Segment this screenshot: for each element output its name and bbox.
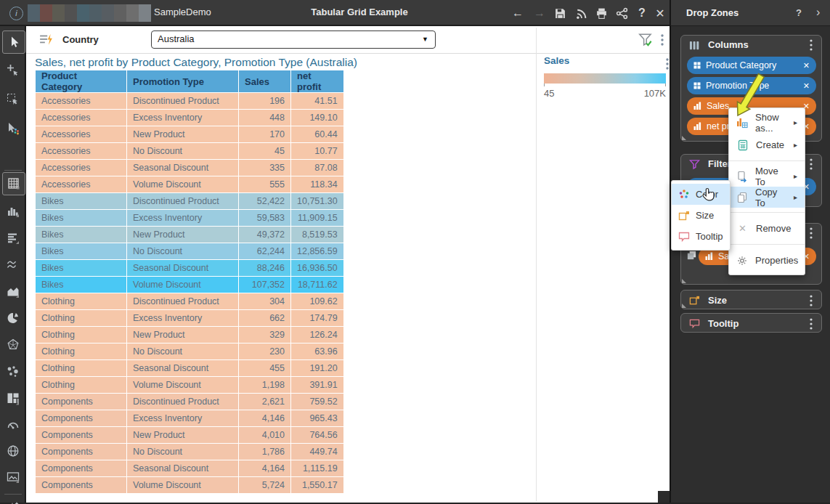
zone-resize-grip[interactable] — [682, 304, 686, 308]
tooltip-zone-kebab-icon[interactable] — [805, 317, 817, 331]
tool-column-chart[interactable] — [2, 200, 24, 222]
forward-button[interactable]: → — [531, 4, 548, 22]
table-row[interactable]: ClothingNo Discount23063.96 — [36, 344, 344, 360]
table-row[interactable]: BikesVolume Discount107,35218,711.62 — [36, 277, 344, 293]
remove-chip-icon[interactable]: ✕ — [803, 61, 810, 70]
submenu-item-size[interactable]: Size — [672, 205, 730, 226]
table-row[interactable]: BikesSeasonal Discount88,24616,936.50 — [36, 260, 344, 277]
preview-button[interactable] — [572, 4, 590, 22]
chip-product-category[interactable]: Product Category ✕ — [687, 57, 816, 74]
panel-help-icon[interactable]: ? — [796, 0, 802, 25]
columns-zone-kebab-icon[interactable] — [805, 38, 817, 52]
color-zone-kebab-icon[interactable] — [805, 226, 817, 240]
table-row[interactable]: ComponentsDiscontinued Product2,621759.5… — [36, 394, 344, 410]
table-row[interactable]: ClothingSeasonal Discount455191.20 — [36, 360, 344, 377]
table-row[interactable]: ComponentsNo Discount1,786449.74 — [36, 444, 344, 460]
table-row[interactable]: ClothingVolume Discount1,198391.91 — [36, 377, 344, 394]
table-row[interactable]: AccessoriesExcess Inventory448149.10 — [36, 110, 344, 126]
filter-widget-kebab-icon[interactable] — [656, 33, 668, 47]
tool-multi-select-pointer[interactable] — [2, 118, 24, 139]
filter-list-icon — [39, 33, 53, 49]
table-row[interactable]: ComponentsExcess Inventory4,146965.43 — [36, 410, 344, 427]
cell-category: Bikes — [36, 193, 127, 210]
tool-treemap[interactable] — [2, 388, 24, 410]
info-icon[interactable]: i — [9, 7, 23, 20]
menu-separator — [729, 244, 805, 245]
menu-item-remove[interactable]: ✕ Remove — [729, 217, 805, 240]
table-row[interactable]: ClothingExcess Inventory662174.79 — [36, 310, 344, 327]
table-row[interactable]: ClothingNew Product329126.24 — [36, 327, 344, 344]
table-row[interactable]: AccessoriesDiscontinued Product19641.51 — [36, 93, 344, 110]
tool-add-widget[interactable] — [2, 60, 24, 81]
tool-bar-chart[interactable] — [2, 227, 24, 249]
tool-gauge[interactable] — [2, 414, 24, 436]
col-header-product-category[interactable]: Product Category — [36, 70, 127, 93]
ai-sparkle-icon — [7, 500, 20, 504]
palette-swatch — [77, 4, 89, 22]
zone-resize-grip[interactable] — [682, 279, 686, 283]
cell-category: Clothing — [36, 360, 127, 377]
table-row[interactable]: BikesNo Discount62,24412,856.59 — [36, 243, 344, 260]
col-header-net-profit[interactable]: net profit — [291, 70, 344, 93]
close-button[interactable]: ✕ — [651, 4, 669, 22]
cell-category: Accessories — [36, 110, 127, 126]
panel-collapse-icon[interactable]: › — [816, 0, 820, 24]
cell-net-profit: 126.24 — [291, 327, 344, 344]
tool-marquee-select[interactable] — [2, 89, 24, 110]
cell-category: Accessories — [36, 160, 127, 176]
country-dropdown[interactable]: Australia ▼ — [151, 31, 436, 49]
zone-resize-grip[interactable] — [682, 136, 686, 140]
menu-item-move-to[interactable]: Move To ▸ — [729, 166, 805, 187]
table-row[interactable]: ComponentsNew Product4,010764.56 — [36, 427, 344, 444]
tool-scatter-chart[interactable] — [2, 361, 24, 383]
help-button[interactable]: ? — [633, 4, 651, 22]
print-button[interactable] — [593, 4, 610, 22]
col-header-sales[interactable]: Sales — [239, 70, 291, 93]
tool-select-pointer[interactable] — [2, 31, 25, 54]
back-button[interactable]: ← — [509, 4, 526, 22]
table-row[interactable]: BikesDiscontinued Product52,42210,751.30 — [36, 193, 344, 210]
table-row[interactable]: AccessoriesSeasonal Discount33587.08 — [36, 160, 344, 176]
chip-promotion-type[interactable]: Promotion Type ✕ — [687, 77, 816, 94]
tool-ai-assist[interactable] — [2, 496, 24, 504]
tool-polar-chart[interactable] — [2, 334, 24, 356]
cell-promotion: Excess Inventory — [127, 310, 239, 327]
save-button[interactable] — [551, 4, 569, 22]
col-header-promotion-type[interactable]: Promotion Type — [127, 70, 239, 93]
cell-sales: 4,146 — [239, 410, 291, 427]
menu-item-create[interactable]: Create ▸ — [729, 134, 805, 156]
zone-label: Tooltip — [708, 314, 739, 333]
table-row[interactable]: ClothingDiscontinued Product304109.62 — [36, 293, 344, 310]
cell-promotion: Excess Inventory — [127, 410, 239, 427]
menu-separator — [729, 160, 805, 161]
add-widget-icon — [7, 64, 20, 77]
tool-tabular-grid[interactable] — [2, 172, 25, 195]
menu-item-copy-to[interactable]: Copy To ▸ — [729, 187, 805, 208]
table-row[interactable]: ComponentsVolume Discount5,7241,550.17 — [36, 477, 344, 494]
table-row[interactable]: AccessoriesVolume Discount555118.34 — [36, 176, 344, 193]
tool-pie-chart[interactable] — [2, 307, 24, 329]
tool-area-chart[interactable] — [2, 281, 24, 303]
gear-icon — [736, 255, 748, 267]
table-row[interactable]: BikesExcess Inventory59,58311,909.15 — [36, 210, 344, 227]
tool-map[interactable] — [2, 440, 24, 462]
submenu-arrow-icon: ▸ — [794, 172, 797, 180]
tool-line-chart[interactable] — [2, 254, 24, 276]
table-row[interactable]: AccessoriesNew Product17060.44 — [36, 126, 344, 143]
table-row[interactable]: BikesNew Product49,3728,519.53 — [36, 227, 344, 243]
table-row[interactable]: AccessoriesNo Discount4510.77 — [36, 143, 344, 160]
cell-net-profit: 118.34 — [291, 176, 344, 193]
divider — [26, 53, 670, 54]
share-button[interactable] — [613, 4, 630, 22]
remove-chip-icon[interactable]: ✕ — [803, 81, 810, 91]
size-zone-kebab-icon[interactable] — [805, 293, 817, 308]
menu-item-show-as[interactable]: Show as... ▸ — [729, 111, 805, 134]
table-row[interactable]: ComponentsSeasonal Discount4,1641,115.19 — [36, 460, 344, 477]
cell-promotion: Volume Discount — [127, 176, 239, 193]
menu-item-properties[interactable]: Properties — [729, 249, 805, 272]
filter-applied-icon[interactable] — [638, 33, 653, 50]
submenu-item-tooltip[interactable]: Tooltip — [672, 226, 730, 247]
submenu-item-color[interactable]: Color — [672, 184, 730, 205]
filters-zone-kebab-icon[interactable] — [805, 157, 817, 171]
tool-image-widget[interactable] — [2, 466, 24, 488]
